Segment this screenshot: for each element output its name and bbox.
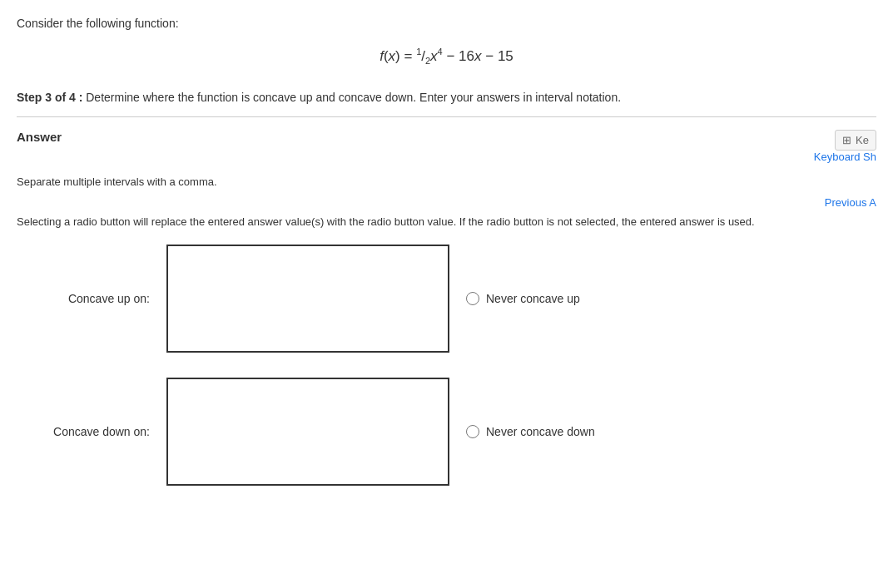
answer-title: Answer [17, 130, 62, 144]
never-concave-down-label: Never concave down [486, 425, 595, 438]
never-concave-down-radio[interactable] [466, 425, 479, 438]
keyboard-shortcut-button[interactable]: ⊞ Ke [835, 130, 876, 151]
separate-note: Separate multiple intervals with a comma… [17, 175, 876, 188]
top-right-area: ⊞ Ke Keyboard Sh [814, 130, 876, 171]
keyboard-shortcut-link[interactable]: Keyboard Sh [814, 151, 876, 163]
radio-note: Selecting a radio button will replace th… [17, 215, 876, 228]
answer-header: Answer ⊞ Ke Keyboard Sh [17, 130, 876, 171]
concave-up-label: Concave up on: [17, 292, 150, 305]
concave-down-input[interactable] [166, 378, 449, 486]
formula-container: f(x) = 1/2x4 − 16x − 15 [17, 47, 876, 66]
keyboard-shortcut-btn-label: Ke [856, 134, 869, 146]
never-concave-up-label: Never concave up [486, 292, 580, 305]
step-label: Step 3 of 4 : [17, 91, 82, 104]
step-instruction: Step 3 of 4 : Determine where the functi… [17, 91, 876, 117]
intro-text: Consider the following function: [17, 17, 876, 30]
keyboard-icon: ⊞ [842, 134, 851, 146]
never-concave-up-option[interactable]: Never concave up [466, 292, 580, 305]
concave-down-label: Concave down on: [17, 425, 150, 438]
step-instruction-text: Determine where the function is concave … [86, 91, 621, 104]
concave-up-input[interactable] [166, 245, 449, 353]
concave-down-row: Concave down on: Never concave down [17, 378, 876, 486]
never-concave-down-option[interactable]: Never concave down [466, 425, 595, 438]
never-concave-up-radio[interactable] [466, 292, 479, 305]
concave-up-row: Concave up on: Never concave up [17, 245, 876, 353]
formula-display: f(x) = 1/2x4 − 16x − 15 [380, 47, 513, 66]
previous-link[interactable]: Previous A [17, 196, 876, 209]
